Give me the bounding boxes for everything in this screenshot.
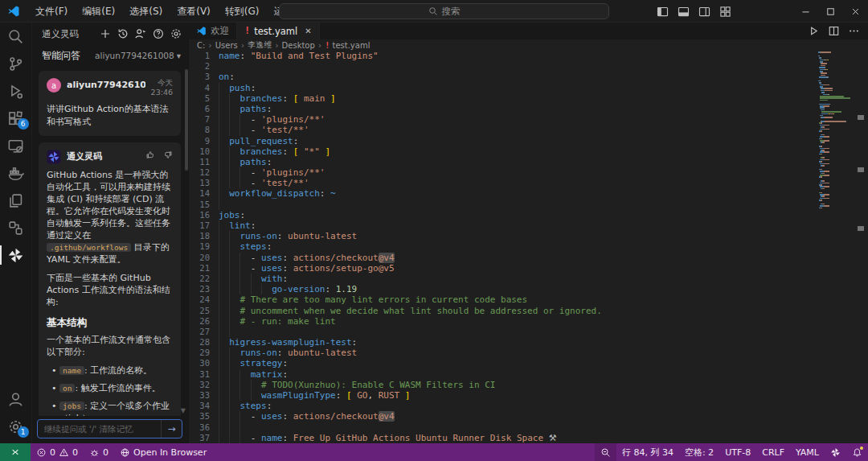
activity-extensions-icon[interactable]: 6 (0, 105, 32, 132)
ai-heading: 基本结构 (47, 316, 173, 328)
code-line: 37 - name: Free Up GitHub Actions Ubuntu… (189, 433, 818, 443)
inline-code: jobs (59, 401, 84, 410)
maximize-button[interactable] (818, 0, 843, 23)
code-line: 11 paths: (189, 157, 818, 167)
breadcrumb-item[interactable]: ! test.yaml (325, 40, 370, 51)
activity-source-control-icon[interactable] (0, 50, 32, 77)
minimize-button[interactable] (793, 0, 818, 23)
activity-copies-icon[interactable] (0, 187, 32, 214)
toggle-secondary-sidebar-icon[interactable] (698, 6, 710, 18)
tab-test-yaml[interactable]: ! test.yaml ✕ (237, 23, 320, 39)
ai-bullet: on: 触发工作流的事件。 (51, 382, 173, 394)
zoom-out-icon (600, 447, 611, 458)
scroll-down-icon[interactable]: ▼ (181, 407, 186, 414)
send-button[interactable]: → (161, 420, 182, 438)
history-icon[interactable] (117, 27, 129, 40)
activity-search-icon[interactable] (0, 23, 32, 50)
split-editor-icon[interactable] (828, 25, 840, 37)
ai-bullet: name: 工作流的名称。 (51, 364, 173, 377)
code-line: 16jobs: (189, 210, 818, 220)
tongyi-icon (830, 447, 841, 458)
tab-welcome[interactable]: 欢迎 (189, 23, 237, 39)
vscode-icon (196, 26, 207, 36)
activity-settings-gear-icon[interactable]: 1 (0, 413, 32, 440)
search-icon (428, 6, 438, 16)
ai-name: 通义灵码 (67, 150, 140, 164)
indentation-status[interactable]: 空格: 2 (679, 443, 719, 461)
problems-status[interactable]: 0 0 (31, 443, 84, 461)
ai-bullet: jobs: 定义一个或多个作业（job）。 (51, 400, 173, 416)
notifications[interactable] (846, 443, 868, 461)
chevron-right-icon: › (275, 40, 278, 51)
code-line: 5 branches: [ main ] (189, 93, 818, 104)
code-line: 32 # TODO(Xunzhuo): Enable C WASM Filter… (189, 380, 818, 390)
more-actions-icon[interactable] (848, 25, 860, 37)
activity-account-icon[interactable] (0, 385, 32, 413)
bug-status[interactable]: 0 (84, 443, 114, 461)
scroll-marker (858, 226, 864, 231)
menu-item-2[interactable]: 选择(S) (122, 0, 170, 23)
thumbs-down-icon[interactable] (162, 150, 173, 160)
code-line: 35 - uses: actions/checkout@v4 (189, 411, 818, 422)
chevron-right-icon: › (318, 40, 321, 51)
language-status[interactable]: YAML (790, 443, 825, 461)
scroll-marker (858, 167, 864, 172)
run-icon[interactable] (808, 25, 820, 37)
zoom-status[interactable] (595, 443, 616, 461)
close-button[interactable] (843, 0, 868, 23)
breadcrumb-item[interactable]: 李逸维 (248, 39, 272, 51)
code-line: 13 - 'test/**' (189, 178, 818, 188)
chat-scrollbar[interactable] (185, 69, 188, 171)
feedback-icon[interactable] (134, 27, 147, 40)
cursor-position[interactable]: 行 84, 列 34 (616, 443, 679, 461)
ai-intro: 一个基本的工作流文件通常包含以下部分: (47, 334, 173, 358)
thumbs-up-icon[interactable] (145, 150, 156, 160)
chevron-right-icon: › (241, 40, 244, 51)
tab-bar: 欢迎 ! test.yaml ✕ (189, 23, 868, 39)
open-in-browser-button[interactable]: Open In Browser (114, 443, 212, 461)
breadcrumb-item[interactable]: Desktop (282, 41, 315, 50)
inline-code: on (59, 384, 75, 393)
toggle-panel-icon[interactable] (678, 6, 690, 18)
error-icon (36, 447, 47, 458)
ai-message-body: GitHub Actions 是一种强大的自动化工具，可以用来构建持续集成 (C… (47, 169, 173, 416)
customize-layout-icon[interactable] (719, 6, 731, 18)
menu-item-1[interactable]: 编辑(E) (75, 0, 122, 23)
activity-remote-explorer-icon[interactable] (0, 132, 32, 159)
encoding-status[interactable]: UTF-8 (719, 443, 756, 461)
ai-paragraph: GitHub Actions 是一种强大的自动化工具，可以用来构建持续集成 (C… (47, 169, 173, 265)
breadcrumb-item[interactable]: C: (197, 41, 205, 50)
menu-item-0[interactable]: 文件(F) (28, 0, 75, 23)
activity-tongyi-lingma-icon[interactable] (0, 241, 32, 269)
menu-item-4[interactable]: 转到(G) (218, 0, 267, 23)
new-chat-icon[interactable] (99, 27, 112, 40)
editor-scrollbar[interactable] (854, 51, 868, 443)
search-placeholder: 搜索 (442, 6, 461, 18)
activity-docker-icon[interactable] (0, 159, 32, 187)
menu-item-3[interactable]: 查看(V) (170, 0, 218, 23)
code-editor[interactable]: 1name: "Build and Test Plugins"23on:4 pu… (189, 51, 818, 443)
activity-run-debug-icon[interactable] (0, 77, 32, 105)
eol-status[interactable]: CRLF (756, 443, 790, 461)
tongyi-status[interactable] (825, 443, 846, 461)
ai-message-card: 通义灵码 GitHub Actions 是一种强大的自动化工具，可以用来构建持续… (39, 142, 181, 416)
toggle-sidebar-icon[interactable] (657, 6, 669, 18)
code-line: 4 push: (189, 83, 818, 93)
bug-icon (89, 447, 100, 458)
yaml-alert-icon: ! (325, 41, 330, 50)
chat-input[interactable] (38, 424, 161, 434)
remote-icon (10, 447, 21, 458)
account-dropdown[interactable]: aliyun7794261008▾ (95, 51, 181, 60)
command-search-box[interactable]: 搜索 (279, 3, 609, 19)
components-icon (7, 220, 24, 237)
panel-settings-icon[interactable] (170, 27, 182, 40)
close-tab-icon[interactable]: ✕ (305, 27, 311, 35)
activity-components-icon[interactable] (0, 214, 32, 241)
code-line: 34 steps: (189, 401, 818, 411)
breadcrumb-item[interactable]: Users (215, 41, 238, 50)
help-icon[interactable] (152, 27, 165, 40)
search-icon (7, 28, 24, 45)
remote-indicator[interactable] (0, 443, 31, 461)
status-bar: 0 0 0 Open In Browser 行 84, 列 34 空格: 2 U… (0, 443, 868, 461)
minimap[interactable] (818, 51, 854, 443)
